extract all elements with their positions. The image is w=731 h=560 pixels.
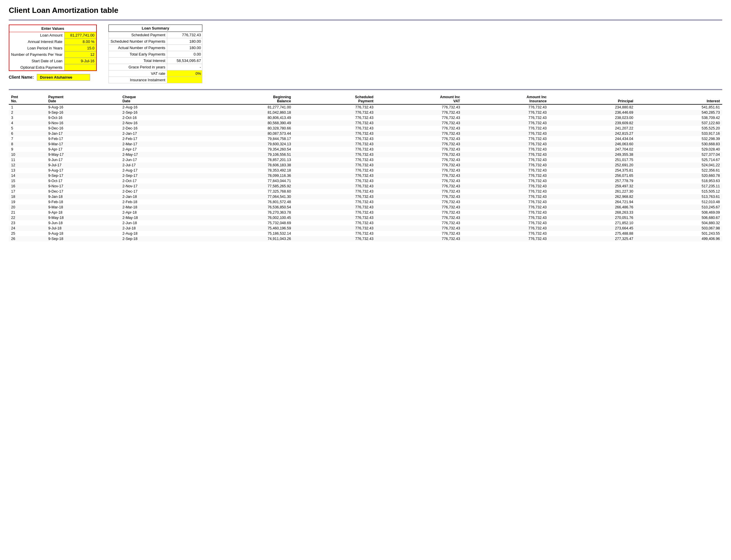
start-date-value[interactable]: 9-Jul-16: [64, 58, 96, 64]
actual-num-value: 180.00: [167, 45, 202, 51]
table-row: 119-Jun-172-Jun-1778,857,201.13776,732.4…: [9, 157, 722, 163]
payments-per-year-label: Number of Payments Per Year: [9, 51, 64, 58]
loan-summary-header: Loan Summary: [109, 25, 202, 32]
col-header-principal: Principal: [549, 94, 636, 104]
table-row: 109-May-172-May-1779,106,556.51776,732.4…: [9, 152, 722, 157]
table-row: 129-Jul-172-Jul-1778,606,183.38776,732.4…: [9, 163, 722, 168]
insurance-value[interactable]: [167, 77, 202, 83]
grace-period-label: Grace Period in years: [109, 64, 167, 70]
annual-interest-label: Annual Interest Rate: [9, 39, 64, 45]
grace-period-value: -: [167, 64, 202, 70]
annual-interest-value[interactable]: 8.00 %: [64, 39, 96, 45]
vat-rate-label: VAT rate: [109, 70, 167, 77]
table-row: 179-Dec-172-Dec-1777,325,768.60776,732.4…: [9, 189, 722, 194]
scheduled-num-value: 180.00: [167, 38, 202, 45]
table-row: 209-Mar-182-Mar-1876,536,850.54776,732.4…: [9, 205, 722, 210]
scheduled-payment-label: Scheduled Payment: [109, 32, 167, 38]
table-row: 49-Nov-162-Nov-1680,568,390.49776,732.43…: [9, 120, 722, 126]
col-header-paydate: PaymentDate: [46, 94, 120, 104]
loan-amount-label: Loan Amount: [9, 32, 64, 39]
actual-num-label: Actual Number of Payments: [109, 45, 167, 51]
client-name-value[interactable]: Doreen Atuhairwe: [37, 74, 90, 81]
col-header-amtins: Amount IncInsurance: [462, 94, 549, 104]
col-header-amtvat: Amount IncVAT: [376, 94, 462, 104]
total-early-value: 0.00: [167, 51, 202, 58]
col-header-sched: ScheduledPayment: [293, 94, 376, 104]
loan-period-label: Loan Period in Years: [9, 45, 64, 51]
scheduled-payment-value: 776,732.43: [167, 32, 202, 38]
payments-per-year-value[interactable]: 12: [64, 51, 96, 58]
loan-amount-value[interactable]: 81,277,741.00: [64, 32, 96, 39]
total-interest-label: Total Interest: [109, 58, 167, 64]
table-row: 99-Apr-172-Apr-1779,354,260.54776,732.43…: [9, 147, 722, 152]
table-row: 79-Feb-172-Feb-1779,844,758.17776,732.43…: [9, 136, 722, 141]
table-row: 269-Sep-182-Sep-1874,911,043.26776,732.4…: [9, 236, 722, 241]
col-header-cheqdate: ChequeDate: [120, 94, 194, 104]
col-header-begin: BeginningBalance: [194, 94, 293, 104]
total-interest-value: 58,534,095.67: [167, 58, 202, 64]
table-row: 29-Sep-162-Sep-1681,042,860.18776,732.43…: [9, 110, 722, 115]
col-header-pmt: PmtNo.: [9, 94, 46, 104]
page-title: Client Loan Amortization table: [9, 6, 722, 15]
extra-payments-value[interactable]: [64, 64, 96, 71]
table-row: 189-Jan-182-Jan-1877,064,541.30776,732.4…: [9, 194, 722, 199]
insurance-label: Insurance Instalment: [109, 77, 167, 83]
loan-summary-table: Loan Summary Scheduled Payment 776,732.4…: [108, 25, 202, 83]
enter-values-header: Enter Values: [9, 25, 96, 32]
table-row: 169-Nov-172-Nov-1777,585,265.92776,732.4…: [9, 184, 722, 189]
total-early-label: Total Early Payments: [109, 51, 167, 58]
table-row: 249-Jul-182-Jul-1875,460,196.59776,732.4…: [9, 226, 722, 231]
table-row: 69-Jan-172-Jan-1780,087,573.44776,732.43…: [9, 131, 722, 136]
loan-period-value[interactable]: 15.0: [64, 45, 96, 51]
table-row: 149-Sep-172-Sep-1778,099,116.36776,732.4…: [9, 173, 722, 178]
table-row: 39-Oct-162-Oct-1680,806,413.49776,732.43…: [9, 115, 722, 120]
table-row: 259-Aug-182-Aug-1875,186,532.14776,732.4…: [9, 231, 722, 236]
table-row: 159-Oct-172-Oct-1777,843,044.71776,732.4…: [9, 178, 722, 184]
vat-rate-value[interactable]: 0%: [167, 70, 202, 77]
enter-values-table: Enter Values Loan Amount 81,277,741.00 A…: [9, 25, 97, 71]
extra-payments-label: Optional Extra Payments: [9, 64, 64, 71]
table-row: 219-Apr-182-Apr-1876,270,363.78776,732.4…: [9, 210, 722, 215]
table-row: 89-Mar-172-Mar-1779,600,324.13776,732.43…: [9, 141, 722, 147]
col-header-interest: Interest: [636, 94, 722, 104]
table-row: 229-May-182-May-1876,002,100.45776,732.4…: [9, 215, 722, 220]
start-date-label: Start Date of Loan: [9, 58, 64, 64]
amortization-table: PmtNo. PaymentDate ChequeDate BeginningB…: [9, 94, 722, 241]
table-row: 139-Aug-172-Aug-1778,353,492.18776,732.4…: [9, 168, 722, 173]
table-row: 59-Dec-162-Dec-1680,328,780.66776,732.43…: [9, 126, 722, 131]
client-name-label: Client Name:: [9, 75, 34, 79]
table-row: 19-Aug-162-Aug-1681,277,741.00776,732.43…: [9, 104, 722, 110]
table-row: 199-Feb-182-Feb-1876,801,572.48776,732.4…: [9, 199, 722, 205]
table-row: 239-Jun-182-Jun-1875,732,048.69776,732.4…: [9, 220, 722, 226]
scheduled-num-label: Scheduled Number of Payments: [109, 38, 167, 45]
